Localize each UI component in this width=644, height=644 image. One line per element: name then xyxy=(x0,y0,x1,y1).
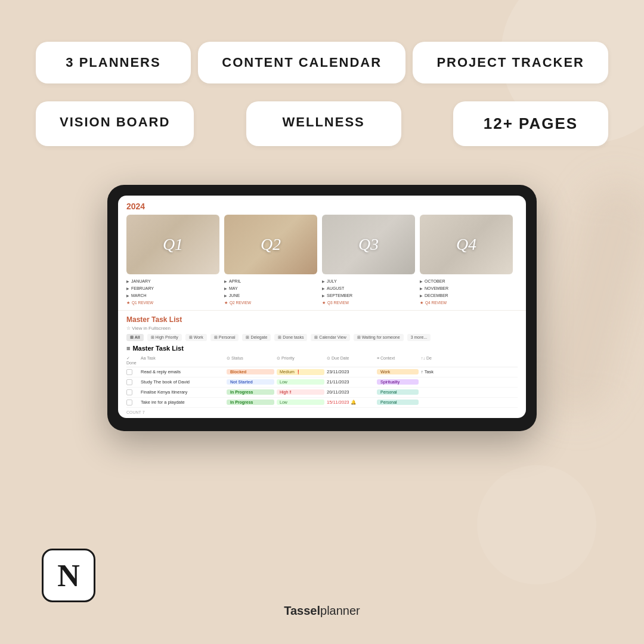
tab-all[interactable]: ⊞ All xyxy=(126,334,144,341)
row-date: 15/11/2023 🔔 xyxy=(327,400,374,405)
badge-wellness: WELLNESS xyxy=(246,101,401,146)
q4-label: Q4 xyxy=(456,235,476,254)
col-done: ✓ Done xyxy=(126,356,138,365)
quarter-q4: Q4 ▶ OCTOBER ▶ NOVEMBER ▶ DECEMBER ★ Q4 … xyxy=(420,215,518,306)
q3-image: Q3 xyxy=(322,215,415,274)
brand: Tasselplanner xyxy=(284,604,360,618)
q3-months: ▶ JULY ▶ AUGUST ▶ SEPTEMBER ★ Q3 REVIEW xyxy=(322,278,415,306)
row-context: Personal xyxy=(377,400,419,405)
col-task: Aa Task xyxy=(141,356,224,365)
q4-months: ▶ OCTOBER ▶ NOVEMBER ▶ DECEMBER ★ Q4 REV… xyxy=(420,278,513,306)
q1-image: Q1 xyxy=(126,215,219,274)
col-de: ↑↓ De xyxy=(421,356,445,365)
q1-label: Q1 xyxy=(163,235,183,254)
tab-delegate[interactable]: ⊞ Delegate xyxy=(242,334,271,341)
row-priority: Medium ❗ xyxy=(277,369,324,375)
badge-vision-board: VISION BOARD xyxy=(36,101,194,146)
col-due: ⊙ Due Date xyxy=(327,356,374,365)
task-tabs: ⊞ All ⊞ High Priority ⊞ Work ⊞ Personal … xyxy=(126,334,518,341)
row-date: 21/11/2023 xyxy=(327,379,374,385)
tab-done[interactable]: ⊞ Done tasks xyxy=(274,334,307,341)
q2-image: Q2 xyxy=(224,215,317,274)
row-checkbox[interactable] xyxy=(126,369,132,375)
badges-row-1: 3 PLANNERS CONTENT CALENDAR PROJECT TRAC… xyxy=(36,42,608,83)
row-task: Take ire for a playdate xyxy=(141,400,224,405)
tablet-year: 2024 xyxy=(118,196,526,215)
quarter-q3: Q3 ▶ JULY ▶ AUGUST ▶ SEPTEMBER ★ Q3 REVI… xyxy=(322,215,420,306)
count-row: COUNT 7 xyxy=(126,408,518,416)
q1-months: ▶ JANUARY ▶ FEBRUARY ▶ MARCH ★ Q1 REVIEW xyxy=(126,278,219,306)
row-date: 23/11/2023 xyxy=(327,369,374,374)
q4-image: Q4 xyxy=(420,215,513,274)
row-checkbox[interactable] xyxy=(126,379,132,385)
row-date: 20/11/2023 xyxy=(327,389,374,395)
task-table-header: ✓ Done Aa Task ⊙ Status ⊙ Priority ⊙ Due… xyxy=(126,354,518,367)
quarter-grid: Q1 ▶ JANUARY ▶ FEBRUARY ▶ MARCH ★ Q1 REV… xyxy=(118,215,526,306)
row-de: ↑ Task xyxy=(421,369,445,374)
tablet-container: 2024 Q1 ▶ JANUARY ▶ FEBRUARY ▶ MARCH ★ Q… xyxy=(107,185,537,431)
row-task: Study The book of David xyxy=(141,379,224,385)
notion-logo: N xyxy=(42,549,95,602)
badges-row-2: VISION BOARD WELLNESS 12+ PAGES xyxy=(36,101,608,146)
tablet-screen: 2024 Q1 ▶ JANUARY ▶ FEBRUARY ▶ MARCH ★ Q… xyxy=(118,196,526,418)
task-table-title: ≡ Master Task List xyxy=(126,345,518,352)
table-row: Read & reply emails Blocked Medium ❗ 23/… xyxy=(126,367,518,377)
row-task: Read & reply emails xyxy=(141,369,224,374)
row-context: Spirituality xyxy=(377,379,419,385)
q3-label: Q3 xyxy=(358,235,379,254)
badge-pages: 12+ PAGES xyxy=(453,101,608,146)
brand-tassel: Tassel xyxy=(284,604,320,617)
table-row: Study The book of David Not Started Low … xyxy=(126,377,518,388)
badge-project-tracker: PROJECT TRACKER xyxy=(413,42,608,83)
table-row: Finalise Kenya Itinerary In Progress Hig… xyxy=(126,388,518,398)
row-task: Finalise Kenya Itinerary xyxy=(141,389,224,395)
row-status: Not Started xyxy=(227,379,274,385)
tab-calendar[interactable]: ⊞ Calendar View xyxy=(311,334,349,341)
row-priority: Low xyxy=(277,379,324,385)
col-status: ⊙ Status xyxy=(227,356,274,365)
quarter-q1: Q1 ▶ JANUARY ▶ FEBRUARY ▶ MARCH ★ Q1 REV… xyxy=(126,215,224,306)
badges-section: 3 PLANNERS CONTENT CALENDAR PROJECT TRAC… xyxy=(0,42,644,164)
row-checkbox[interactable] xyxy=(126,389,132,395)
notion-box: N xyxy=(42,549,95,602)
tab-high-priority[interactable]: ⊞ High Priority xyxy=(147,334,182,341)
task-section: Master Task List ☆ View in Fullscreen ⊞ … xyxy=(118,310,526,418)
tab-personal[interactable]: ⊞ Personal xyxy=(210,334,239,341)
row-priority: Low xyxy=(277,400,324,405)
badge-planners: 3 PLANNERS xyxy=(36,42,191,83)
q2-label: Q2 xyxy=(261,235,281,254)
brand-planner: planner xyxy=(320,604,360,617)
col-priority: ⊙ Priority xyxy=(277,356,324,365)
tablet-outer: 2024 Q1 ▶ JANUARY ▶ FEBRUARY ▶ MARCH ★ Q… xyxy=(107,185,537,431)
quarter-q2: Q2 ▶ APRIL ▶ MAY ▶ JUNE ★ Q2 REVIEW xyxy=(224,215,322,306)
row-status: In Progress xyxy=(227,389,274,395)
row-context: Work xyxy=(377,369,419,374)
table-row: Take ire for a playdate In Progress Low … xyxy=(126,398,518,408)
tab-waiting[interactable]: ⊞ Waiting for someone xyxy=(354,334,404,341)
badge-content-calendar: CONTENT CALENDAR xyxy=(198,42,405,83)
task-fullscreen-link[interactable]: ☆ View in Fullscreen xyxy=(126,326,518,331)
row-checkbox[interactable] xyxy=(126,400,132,405)
row-status: In Progress xyxy=(227,400,274,405)
tab-more[interactable]: 3 more... xyxy=(407,334,431,341)
q2-months: ▶ APRIL ▶ MAY ▶ JUNE ★ Q2 REVIEW xyxy=(224,278,317,306)
task-section-title: Master Task List xyxy=(126,315,518,324)
col-context: ≡ Context xyxy=(377,356,419,365)
row-status: Blocked xyxy=(227,369,274,374)
tab-work[interactable]: ⊞ Work xyxy=(185,334,207,341)
row-priority: High ‼ xyxy=(277,389,324,395)
row-context: Personal xyxy=(377,389,419,395)
